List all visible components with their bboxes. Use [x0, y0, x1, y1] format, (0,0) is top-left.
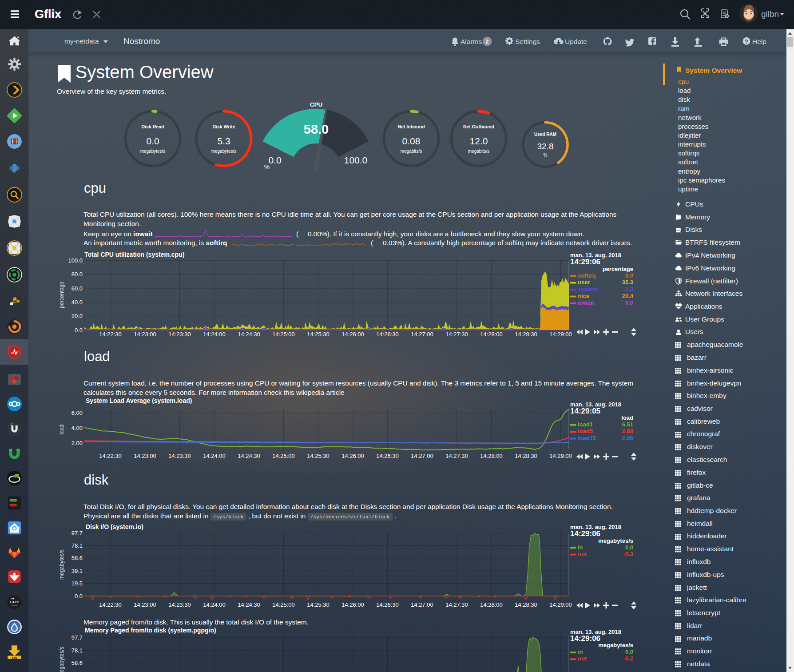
svg-text:Update: Update: [565, 38, 587, 45]
svg-text:Help: Help: [752, 38, 766, 45]
svg-text:sab: sab: [12, 656, 17, 659]
svg-text:2: 2: [486, 39, 489, 45]
svg-text:gilbn: gilbn: [761, 9, 779, 19]
svg-text:Online: Online: [11, 500, 16, 501]
svg-text:Offline: Offline: [11, 505, 16, 506]
svg-text:Alarms: Alarms: [461, 38, 482, 45]
svg-text:Settings: Settings: [515, 38, 540, 45]
svg-text:librarian: librarian: [11, 604, 17, 606]
svg-text:?: ?: [745, 38, 748, 45]
